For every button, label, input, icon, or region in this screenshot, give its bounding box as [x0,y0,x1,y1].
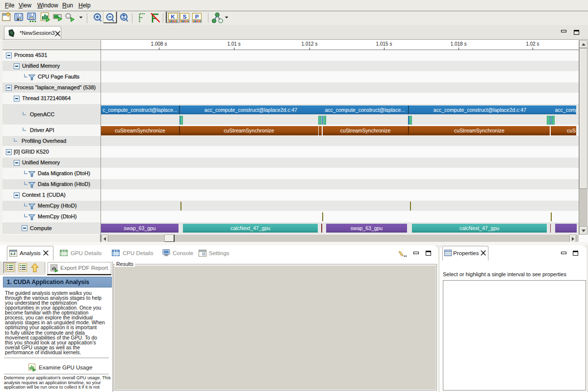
svg-text:K: K [171,14,175,20]
svg-text:S: S [183,14,187,20]
svg-text:P: P [195,14,199,20]
